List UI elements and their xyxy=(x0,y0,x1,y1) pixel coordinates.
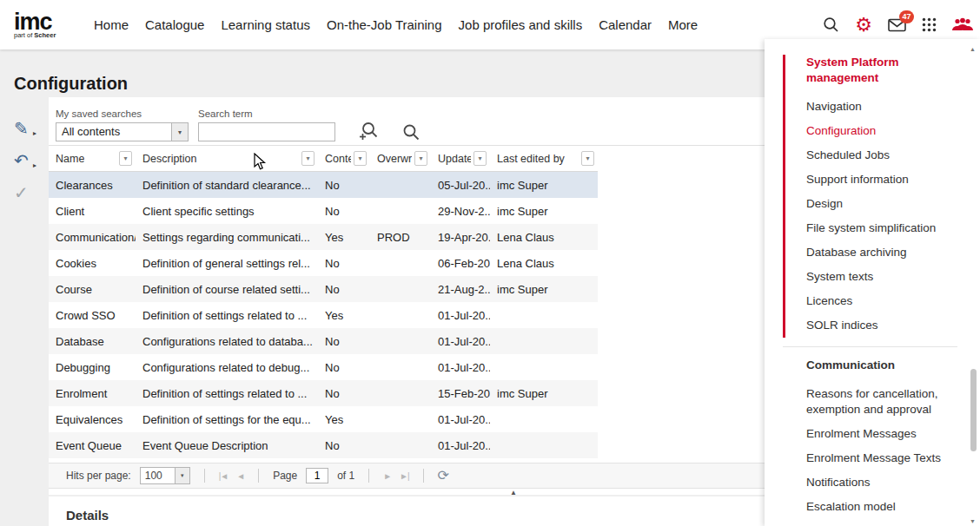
mail-icon[interactable]: 47 xyxy=(888,18,906,32)
last-page-button[interactable]: ►| xyxy=(400,471,409,481)
saved-searches-dropdown[interactable]: All contents ▾ xyxy=(56,122,189,141)
menu-item-enrolment-message-texts[interactable]: Enrolment Message Texts xyxy=(806,446,964,470)
advanced-search-icon[interactable] xyxy=(358,121,380,146)
menu-item-file-system-simplification[interactable]: File system simplification xyxy=(806,216,964,240)
hits-per-page-dropdown[interactable]: 100 ▾ xyxy=(140,467,190,484)
table-cell: imc Super xyxy=(490,283,598,296)
nav-item-job-profiles-and-skills[interactable]: Job profiles and skills xyxy=(459,17,583,32)
divider xyxy=(204,469,205,483)
nav-item-catalogue[interactable]: Catalogue xyxy=(145,17,204,32)
table-row[interactable]: DatabaseConfigurations related to databa… xyxy=(49,328,598,354)
menu-section-communication: CommunicationReasons for cancellation, e… xyxy=(783,358,957,519)
nav-item-home[interactable]: Home xyxy=(94,17,129,32)
undo-icon: ↶ xyxy=(14,151,29,170)
table-row[interactable]: EquivalencesDefinition of settings for t… xyxy=(49,406,598,432)
column-filter-button[interactable]: ▾ xyxy=(581,151,594,166)
app-screen: imc part of Scheer HomeCatalogueLearning… xyxy=(0,0,980,526)
search-bar: My saved searches All contents ▾ Search … xyxy=(49,97,765,146)
table-cell: 15-Feb-20... xyxy=(431,387,490,400)
menu-item-support-information[interactable]: Support information xyxy=(806,168,964,192)
nav-item-learning-status[interactable]: Learning status xyxy=(221,17,310,32)
table-row[interactable]: DebuggingConfigurations related to debug… xyxy=(49,354,598,380)
column-header-last-edited-by[interactable]: Last edited by▾ xyxy=(490,146,598,171)
table-row[interactable]: Event QueueEvent Queue DescriptionNo01-J… xyxy=(49,432,598,458)
table-row[interactable]: EnrolmentDefinition of settings related … xyxy=(49,380,598,406)
table-cell: 05-Jul-20... xyxy=(431,179,490,192)
column-header-updated[interactable]: Updated▾ xyxy=(431,146,490,171)
previous-page-button[interactable]: ◄ xyxy=(236,471,244,481)
column-header-label: Updated xyxy=(438,153,471,165)
chevron-down-icon[interactable]: ▾ xyxy=(175,468,189,483)
revert-button[interactable]: ↶ ▸ xyxy=(14,151,49,172)
imc-logo[interactable]: imc part of Scheer xyxy=(14,11,71,39)
menu-item-configuration[interactable]: Configuration xyxy=(806,119,964,143)
nav-item-more[interactable]: More xyxy=(668,17,698,32)
menu-sections: System Platform managementNavigationConf… xyxy=(765,39,980,519)
column-header-label: Context ... xyxy=(325,153,351,165)
search-submit-icon[interactable] xyxy=(402,123,420,145)
column-header-name[interactable]: Name▾ xyxy=(49,146,136,171)
menu-item-licences[interactable]: Licences xyxy=(806,289,964,313)
table-row[interactable]: CookiesDefinition of general settings re… xyxy=(49,250,598,276)
scrollbar-thumb[interactable] xyxy=(970,369,977,451)
table-cell: Crowd SSO xyxy=(49,309,136,322)
table-cell: 01-Jul-20... xyxy=(431,335,490,348)
table-cell: Event Queue xyxy=(49,439,136,452)
page-number-input[interactable] xyxy=(306,468,328,483)
column-header-description[interactable]: Description▾ xyxy=(136,146,318,171)
menu-item-database-archiving[interactable]: Database archiving xyxy=(806,240,964,265)
table-cell: No xyxy=(318,361,370,374)
pencil-icon: ✎ xyxy=(14,119,29,138)
column-filter-button[interactable]: ▾ xyxy=(414,151,427,166)
column-header-context[interactable]: Context ...▾ xyxy=(318,146,370,171)
search-icon[interactable] xyxy=(823,16,839,33)
menu-section-header[interactable]: System Platform management xyxy=(806,55,956,86)
next-page-button[interactable]: ► xyxy=(383,471,391,481)
chevron-down-icon[interactable]: ▾ xyxy=(171,123,188,141)
divider xyxy=(258,469,259,483)
menu-item-enrolment-messages[interactable]: Enrolment Messages xyxy=(806,422,964,446)
table-cell: Yes xyxy=(318,231,370,244)
menu-item-system-texts[interactable]: System texts xyxy=(806,265,964,289)
menu-scrollbar[interactable]: ▲ ▼ xyxy=(969,46,978,524)
confirm-button[interactable]: ✓ xyxy=(14,183,49,204)
menu-item-escalation-model[interactable]: Escalation model xyxy=(806,495,964,519)
table-row[interactable]: Communication/Settings regarding communi… xyxy=(49,224,598,250)
table-header-row: Name▾Description▾Context ...▾Overwrit...… xyxy=(49,146,598,172)
column-header-label: Name xyxy=(56,153,84,165)
gear-icon[interactable]: ⚙ xyxy=(855,16,872,34)
table-cell: 19-Apr-20... xyxy=(431,231,490,244)
table-row[interactable]: Crowd SSODefinition of settings related … xyxy=(49,302,598,328)
scroll-down-icon[interactable]: ▼ xyxy=(970,518,976,524)
table-row[interactable]: CourseDefinition of course related setti… xyxy=(49,276,598,302)
menu-item-reasons-for-cancellation-exemption-and-approval[interactable]: Reasons for cancellation, exemption and … xyxy=(806,382,964,422)
refresh-icon[interactable]: ⟳ xyxy=(438,469,449,483)
apps-grid-icon[interactable] xyxy=(922,17,937,32)
column-header-overwrit[interactable]: Overwrit...▾ xyxy=(370,146,431,171)
menu-item-scheduled-jobs[interactable]: Scheduled Jobs xyxy=(806,143,964,168)
menu-item-notifications[interactable]: Notifications xyxy=(806,470,964,495)
table-cell: imc Super xyxy=(490,387,598,400)
column-filter-button[interactable]: ▾ xyxy=(473,151,487,166)
menu-item-navigation[interactable]: Navigation xyxy=(806,95,964,119)
column-filter-button[interactable]: ▾ xyxy=(301,151,315,166)
first-page-button[interactable]: |◄ xyxy=(219,471,228,481)
page-count-label: of 1 xyxy=(337,470,354,482)
menu-item-design[interactable]: Design xyxy=(806,192,964,216)
column-filter-button[interactable]: ▾ xyxy=(119,151,132,166)
search-term-label: Search term xyxy=(198,108,253,119)
table-row[interactable]: ClearancesDefinition of standard clearan… xyxy=(49,172,598,198)
community-icon[interactable] xyxy=(952,17,973,32)
nav-item-calendar[interactable]: Calendar xyxy=(599,17,652,32)
menu-item-solr-indices[interactable]: SOLR indices xyxy=(806,313,964,338)
menu-section-header[interactable]: Communication xyxy=(806,358,956,373)
table-cell: PROD xyxy=(370,231,431,244)
nav-item-on-the-job-training[interactable]: On-the-Job Training xyxy=(327,17,442,32)
table-row[interactable]: ClientClient specific settingsNo29-Nov-2… xyxy=(49,198,598,224)
column-filter-button[interactable]: ▾ xyxy=(354,151,367,166)
table-cell: No xyxy=(318,283,370,296)
scroll-up-icon[interactable]: ▲ xyxy=(970,46,976,52)
search-term-input[interactable] xyxy=(198,122,335,141)
collapse-handle-icon[interactable]: ▲ xyxy=(510,489,517,496)
edit-button[interactable]: ✎ ▸ xyxy=(14,119,49,140)
